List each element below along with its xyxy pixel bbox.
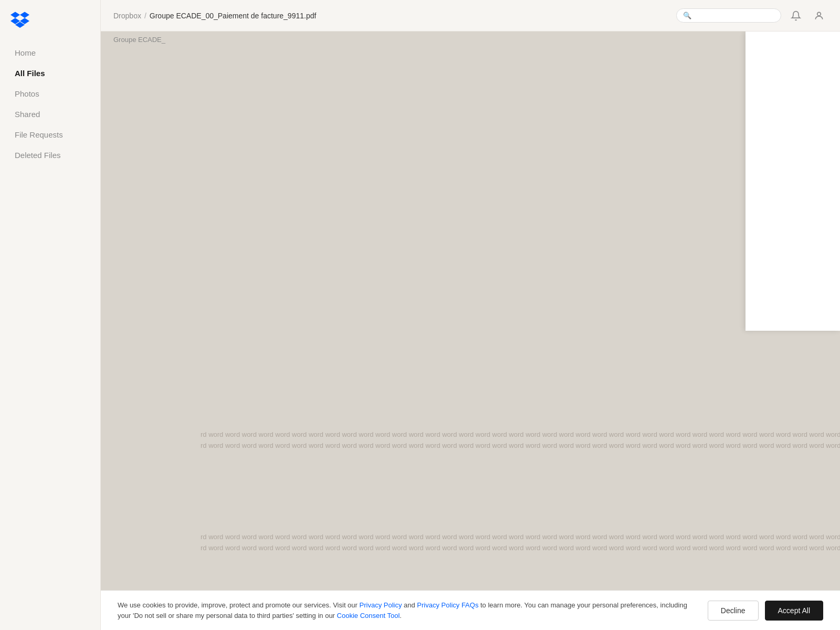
sidebar-item-shared[interactable]: Shared: [4, 104, 96, 124]
svg-point-5: [817, 12, 821, 16]
cookie-text: We use cookies to provide, improve, prot…: [118, 600, 697, 621]
file-info-text: Groupe ECADE_: [113, 36, 165, 44]
watermark-line-4: rd word word word word word word word wo…: [101, 543, 840, 554]
cookie-text-part1: We use cookies to provide, improve, prot…: [118, 601, 360, 609]
cookie-buttons: Decline Accept All: [708, 601, 823, 621]
app-container: Home All Files Photos Shared File Reques…: [0, 0, 840, 630]
header-right: 🔍: [676, 7, 827, 24]
watermark-line-3: rd word word word word word word word wo…: [101, 532, 840, 543]
notifications-icon[interactable]: [788, 7, 804, 24]
sidebar: Home All Files Photos Shared File Reques…: [0, 0, 101, 630]
dropbox-logo-icon: [10, 9, 29, 28]
search-input[interactable]: [695, 12, 773, 19]
breadcrumb: Dropbox / Groupe ECADE_00_Paiement de fa…: [113, 12, 316, 20]
breadcrumb-root[interactable]: Dropbox: [113, 12, 141, 20]
pdf-preview-panel: [746, 32, 840, 331]
cookie-text-part2: and: [402, 601, 417, 609]
header: Dropbox / Groupe ECADE_00_Paiement de fa…: [101, 0, 840, 32]
decline-button[interactable]: Decline: [708, 601, 759, 621]
cookie-text-part4: .: [400, 612, 402, 620]
search-bar[interactable]: 🔍: [676, 8, 781, 23]
watermark-area-2: rd word word word word word word word wo…: [101, 532, 840, 554]
sidebar-item-photos[interactable]: Photos: [4, 84, 96, 103]
privacy-policy-link[interactable]: Privacy Policy: [360, 601, 402, 609]
svg-marker-1: [20, 12, 29, 18]
cookie-tool-link[interactable]: Cookie Consent Tool: [337, 612, 400, 620]
watermark-line-2: rd word word word word word word word wo…: [101, 440, 840, 452]
watermark-area: rd word word word word word word word wo…: [101, 429, 840, 452]
breadcrumb-current: Groupe ECADE_00_Paiement de facture_9911…: [150, 12, 317, 20]
sidebar-item-file-requests[interactable]: File Requests: [4, 125, 96, 144]
file-info-bar: Groupe ECADE_: [101, 32, 840, 48]
account-icon[interactable]: [811, 7, 827, 24]
privacy-faq-link[interactable]: Privacy Policy FAQs: [417, 601, 478, 609]
sidebar-nav: Home All Files Photos Shared File Reques…: [0, 39, 100, 169]
cookie-banner: We use cookies to provide, improve, prot…: [101, 590, 840, 630]
preview-area: Groupe ECADE_ rd word word word word wor…: [101, 32, 840, 630]
svg-marker-0: [10, 12, 20, 18]
watermark-line-1: rd word word word word word word word wo…: [101, 429, 840, 440]
search-icon: 🔍: [683, 12, 691, 19]
sidebar-item-deleted-files[interactable]: Deleted Files: [4, 145, 96, 165]
sidebar-logo: [0, 0, 100, 39]
main-content: Dropbox / Groupe ECADE_00_Paiement de fa…: [101, 0, 840, 630]
breadcrumb-separator: /: [144, 12, 146, 20]
accept-all-button[interactable]: Accept All: [765, 601, 823, 621]
sidebar-item-home[interactable]: Home: [4, 43, 96, 62]
sidebar-item-all-files[interactable]: All Files: [4, 64, 96, 83]
